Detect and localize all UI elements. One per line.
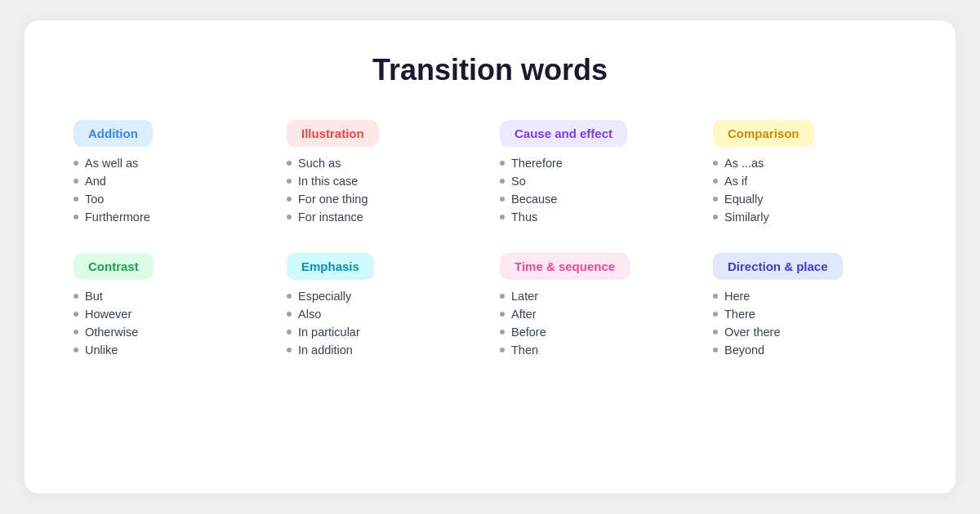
word-list-cause-and-effect: ThereforeSoBecauseThus — [500, 157, 693, 224]
list-item: There — [713, 308, 906, 321]
word-list-time-and-sequence: LaterAfterBeforeThen — [500, 290, 693, 357]
list-item: Here — [713, 290, 906, 303]
badge-time-and-sequence: Time & sequence — [500, 253, 630, 280]
main-card: Transition words AdditionAs well asAndTo… — [24, 20, 956, 494]
badge-comparison: Comparison — [713, 120, 814, 147]
list-item: Beyond — [713, 343, 906, 357]
word-list-emphasis: EspeciallyAlsoIn particularIn addition — [287, 290, 480, 357]
list-item: Thus — [500, 210, 693, 224]
category-comparison: ComparisonAs ...asAs ifEquallySimilarly — [713, 120, 906, 224]
list-item: Unlike — [74, 343, 267, 357]
list-item: As if — [713, 175, 906, 188]
categories-grid: AdditionAs well asAndTooFurthermoreIllus… — [74, 120, 906, 357]
list-item: So — [500, 175, 693, 188]
page-title: Transition words — [74, 53, 906, 87]
list-item: After — [500, 308, 693, 321]
list-item: However — [74, 308, 267, 321]
list-item: Before — [500, 326, 693, 339]
list-item: But — [74, 290, 267, 303]
list-item: In this case — [287, 175, 480, 188]
word-list-contrast: ButHoweverOtherwiseUnlike — [74, 290, 267, 357]
badge-illustration: Illustration — [287, 120, 379, 147]
category-addition: AdditionAs well asAndTooFurthermore — [74, 120, 267, 224]
list-item: Such as — [287, 157, 480, 170]
list-item: Equally — [713, 193, 906, 206]
list-item: Therefore — [500, 157, 693, 170]
list-item: As well as — [74, 157, 267, 170]
list-item: Too — [74, 193, 267, 206]
list-item: Otherwise — [74, 326, 267, 339]
badge-cause-and-effect: Cause and effect — [500, 120, 627, 147]
list-item: Also — [287, 308, 480, 321]
word-list-comparison: As ...asAs ifEquallySimilarly — [713, 157, 906, 224]
list-item: Then — [500, 343, 693, 357]
badge-contrast: Contrast — [74, 253, 154, 280]
category-contrast: ContrastButHoweverOtherwiseUnlike — [74, 253, 267, 357]
list-item: In addition — [287, 343, 480, 357]
badge-emphasis: Emphasis — [287, 253, 374, 280]
category-illustration: IllustrationSuch asIn this caseFor one t… — [287, 120, 480, 224]
badge-direction-and-place: Direction & place — [713, 253, 843, 280]
word-list-illustration: Such asIn this caseFor one thingFor inst… — [287, 157, 480, 224]
badge-addition: Addition — [74, 120, 153, 147]
category-cause-and-effect: Cause and effectThereforeSoBecauseThus — [500, 120, 693, 224]
category-emphasis: EmphasisEspeciallyAlsoIn particularIn ad… — [287, 253, 480, 357]
list-item: For one thing — [287, 193, 480, 206]
list-item: And — [74, 175, 267, 188]
list-item: For instance — [287, 210, 480, 224]
category-time-and-sequence: Time & sequenceLaterAfterBeforeThen — [500, 253, 693, 357]
list-item: Especially — [287, 290, 480, 303]
category-direction-and-place: Direction & placeHereThereOver thereBeyo… — [713, 253, 906, 357]
list-item: Similarly — [713, 210, 906, 224]
list-item: Over there — [713, 326, 906, 339]
list-item: As ...as — [713, 157, 906, 170]
list-item: Because — [500, 193, 693, 206]
list-item: Later — [500, 290, 693, 303]
list-item: Furthermore — [74, 210, 267, 224]
word-list-addition: As well asAndTooFurthermore — [74, 157, 267, 224]
list-item: In particular — [287, 326, 480, 339]
word-list-direction-and-place: HereThereOver thereBeyond — [713, 290, 906, 357]
